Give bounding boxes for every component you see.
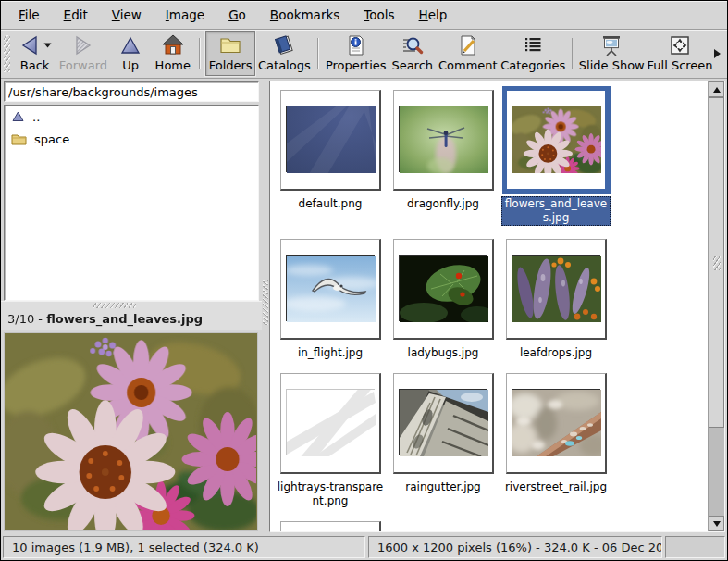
home-icon [161,33,185,57]
folder-tree: .. space [4,105,259,301]
home-button[interactable]: Home [151,31,194,76]
thumbnail-grid: default.png dragonfly.jpg flowers_and_le… [270,81,708,531]
scroll-up-icon [713,87,721,93]
search-icon [401,33,425,57]
thumbnail-frame [280,239,381,340]
search-label: Search [391,58,433,72]
forward-label: Forward [59,58,107,72]
image-card-partial[interactable] [280,521,381,531]
toolbar-separator [199,38,201,69]
up-button[interactable]: Up [110,31,151,76]
menu-bookmarks[interactable]: Bookmarks [258,2,352,28]
thumbnail-frame [506,373,607,474]
image-card[interactable]: leafdrops.jpg [501,239,611,360]
image-index: 3/10 - [7,312,46,326]
properties-button[interactable]: Properties [324,31,388,76]
thumbnail-frame [280,90,381,191]
statusbar-right-text: 1600 x 1200 pixels (16%) - 324.0 K - 06 … [377,541,662,555]
toolbar-separator [572,38,574,69]
menu-help[interactable]: Help [407,2,460,28]
scrollbar-down-button[interactable] [709,516,724,531]
back-label: Back [20,58,50,72]
fullscreen-button[interactable]: Full Screen [646,31,714,76]
scrollbar-track[interactable] [709,97,724,516]
menu-tools[interactable]: Tools [352,2,406,28]
thumbnail-frame [506,90,607,191]
book-icon [272,33,296,57]
image-filename: flowers_and_leaves.jpg [501,196,611,226]
toolbar: Back Forward Up [1,30,727,79]
fullscreen-icon [668,33,692,57]
fullscreen-label: Full Screen [648,58,713,72]
thumbnail-pane: default.png dragonfly.jpg flowers_and_le… [269,81,725,532]
slideshow-label: Slide Show [579,58,645,72]
menu-view[interactable]: View [100,2,154,28]
image-card-selected[interactable]: flowers_and_leaves.jpg [501,90,611,226]
folder-item-space[interactable]: space [5,128,258,150]
back-button[interactable]: Back [14,31,56,76]
statusbar-filler [665,536,725,558]
image-filename: raingutter.jpg [389,480,498,494]
categories-icon [521,33,545,57]
parent-folder-icon [11,110,25,123]
toolbar-separator [317,38,319,69]
image-card[interactable]: raingutter.jpg [389,373,498,508]
folders-label: Folders [209,58,253,72]
toolbar-overflow-icon[interactable] [714,49,721,58]
catalogs-button[interactable]: Catalogs [255,31,313,76]
image-filename: leafdrops.jpg [501,346,611,360]
image-card[interactable]: dragonfly.jpg [389,90,498,226]
gthumb-window: File Edit View Image Go Bookmarks Tools … [0,0,728,561]
menu-go[interactable]: Go [216,2,258,28]
image-filename: dragonfly.jpg [389,197,498,211]
thumbnail-frame [280,521,381,531]
slideshow-button[interactable]: Slide Show [577,31,646,76]
location-bar [1,79,262,104]
properties-label: Properties [326,58,387,72]
scrollbar-grip-icon [713,256,721,270]
folder-item-label: .. [32,110,40,124]
toolbar-drag-handle[interactable] [4,35,10,72]
horizontal-splitter-handle[interactable] [93,303,136,308]
search-button[interactable]: Search [389,31,437,76]
statusbar-image-info: 1600 x 1200 pixels (16%) - 324.0 K - 06 … [368,536,662,558]
scrollbar-up-button[interactable] [709,81,724,97]
image-card[interactable]: default.png [276,90,385,226]
thumbnail-frame [393,373,494,474]
statusbar-left-text: 10 images (1.9 MB), 1 selected (324.0 K) [12,541,259,555]
vertical-splitter-handle[interactable] [263,280,268,325]
slideshow-icon [599,33,623,57]
categories-button[interactable]: Categories [500,31,567,76]
statusbar: 10 images (1.9 MB), 1 selected (324.0 K)… [1,534,727,560]
comment-button[interactable]: Comment [437,31,500,76]
selected-filename: flowers_and_leaves.jpg [46,312,203,326]
folder-item-parent[interactable]: .. [5,106,258,128]
image-card[interactable]: ladybugs.jpg [389,239,498,360]
forward-button: Forward [56,31,111,76]
left-panel: .. space 3/10 - flowers_and_leaves.jpg [1,79,262,534]
menu-edit[interactable]: Edit [52,2,100,28]
statusbar-file-summary: 10 images (1.9 MB), 1 selected (324.0 K) [3,536,365,558]
thumbnail-frame [393,90,494,191]
image-filename: ladybugs.jpg [389,346,498,360]
home-label: Home [155,58,191,72]
menubar: File Edit View Image Go Bookmarks Tools … [1,1,727,30]
vertical-splitter[interactable] [262,79,269,534]
scrollbar-thumb[interactable] [709,97,724,428]
menu-image[interactable]: Image [154,2,216,28]
folder-item-label: space [34,132,69,146]
folders-button[interactable]: Folders [205,31,255,76]
menu-file[interactable]: File [6,2,52,28]
scroll-down-icon [713,521,721,527]
thumbnail-scrollbar [708,81,724,531]
comment-icon [456,33,480,57]
thumbnail-frame [506,239,607,340]
image-card[interactable]: riverstreet_rail.jpg [501,373,611,508]
location-input[interactable] [4,81,259,102]
up-label: Up [122,58,139,72]
properties-icon [344,33,368,57]
image-card[interactable]: lightrays-transparent.png [276,373,385,508]
image-card[interactable]: in_flight.jpg [276,239,385,360]
back-dropdown-icon[interactable] [43,43,52,48]
folder-icon [218,33,242,57]
